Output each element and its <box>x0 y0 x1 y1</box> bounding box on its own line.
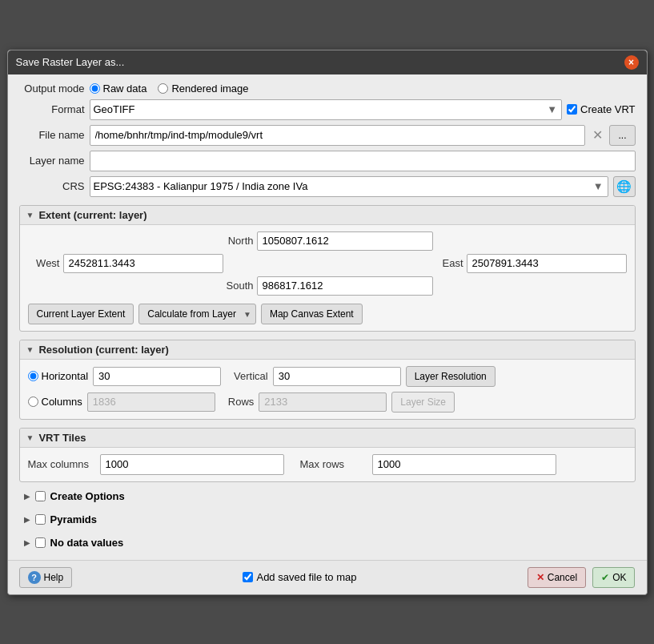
rows-label: Rows <box>228 396 255 408</box>
vrt-tiles-body: Max columns 1000 Max rows 1000 <box>20 448 635 481</box>
output-mode-row: Output mode Raw data Rendered image <box>19 83 636 95</box>
columns-radio[interactable] <box>28 396 38 407</box>
extent-buttons: Current Layer Extent Calculate from Laye… <box>28 304 627 324</box>
extent-section-header[interactable]: ▼ Extent (current: layer) <box>20 206 635 225</box>
resolution-section-header[interactable]: ▼ Resolution (current: layer) <box>20 340 635 360</box>
west-input[interactable]: 2452811.3443 <box>63 254 223 273</box>
layer-size-button[interactable]: Layer Size <box>391 392 455 413</box>
west-east-row: West 2452811.3443 East 2507891.3443 <box>28 254 627 273</box>
pyramids-checkbox[interactable] <box>35 514 46 525</box>
horizontal-input[interactable]: 30 <box>93 367 221 386</box>
ok-button[interactable]: ✔ OK <box>592 567 635 588</box>
crs-row: CRS EPSG:24383 - Kalianpur 1975 / India … <box>19 176 636 197</box>
crs-label: CRS <box>19 180 85 192</box>
add-to-map-label[interactable]: Add saved file to map <box>243 571 356 583</box>
footer-right: ✕ Cancel ✔ OK <box>528 567 636 588</box>
help-button[interactable]: ? Help <box>19 567 73 588</box>
vrt-tiles-row: Max columns 1000 Max rows 1000 <box>28 454 627 475</box>
format-select[interactable]: GeoTIFF <box>90 99 563 120</box>
save-raster-dialog: Save Raster Layer as... × Output mode Ra… <box>7 50 648 595</box>
calculate-from-layer-button[interactable]: Calculate from Layer <box>138 304 256 324</box>
add-to-map-checkbox[interactable] <box>243 572 253 582</box>
south-label: South <box>222 280 254 292</box>
footer-left: ? Help <box>19 567 73 588</box>
format-combo-wrapper: GeoTIFF ▼ <box>90 99 563 120</box>
west-label: West <box>28 257 60 269</box>
horizontal-radio[interactable] <box>28 371 38 381</box>
columns-radio-label[interactable]: Columns <box>28 396 82 408</box>
format-label: Format <box>19 103 85 115</box>
horizontal-label: Horizontal <box>42 370 89 382</box>
close-button[interactable]: × <box>624 55 639 70</box>
north-input[interactable]: 1050807.1612 <box>257 231 433 251</box>
raw-data-option[interactable]: Raw data <box>90 83 147 95</box>
browse-file-button[interactable]: ... <box>609 125 635 146</box>
cancel-button[interactable]: ✕ Cancel <box>528 567 586 588</box>
create-vrt-checkbox[interactable] <box>567 104 577 115</box>
create-vrt-label[interactable]: Create VRT <box>567 103 635 115</box>
rendered-image-label: Rendered image <box>171 83 248 95</box>
extent-collapse-arrow: ▼ <box>26 211 34 219</box>
ok-icon: ✔ <box>601 572 609 583</box>
extent-section-body: North 1050807.1612 West 2452811.3443 Eas… <box>20 225 635 331</box>
no-data-values-checkbox[interactable] <box>35 537 46 548</box>
resolution-section-label: Resolution (current: layer) <box>38 344 169 356</box>
footer-center: Add saved file to map <box>243 571 356 583</box>
no-data-values-label: No data values <box>50 537 124 549</box>
east-label: East <box>431 257 463 269</box>
ok-label: OK <box>612 572 626 583</box>
crs-select[interactable]: EPSG:24383 - Kalianpur 1975 / India zone… <box>90 176 608 197</box>
east-input[interactable]: 2507891.3443 <box>467 254 627 273</box>
extent-grid: North 1050807.1612 West 2452811.3443 Eas… <box>28 231 627 296</box>
dialog-body: Output mode Raw data Rendered image Form… <box>8 74 647 560</box>
layer-name-input[interactable] <box>90 151 636 171</box>
columns-label: Columns <box>42 396 82 408</box>
pyramids-row[interactable]: ▶ Pyramids <box>19 510 636 529</box>
file-name-row: File name /home/bnhr/tmp/ind-tmp/module9… <box>19 125 636 146</box>
rendered-image-radio[interactable] <box>158 83 168 94</box>
dialog-footer: ? Help Add saved file to map ✕ Cancel ✔ … <box>8 560 647 594</box>
rendered-image-option[interactable]: Rendered image <box>158 83 248 95</box>
current-layer-extent-button[interactable]: Current Layer Extent <box>28 304 134 324</box>
create-options-checkbox[interactable] <box>35 491 46 501</box>
layer-resolution-button[interactable]: Layer Resolution <box>406 366 496 387</box>
no-data-values-row[interactable]: ▶ No data values <box>19 533 636 552</box>
pyramids-label: Pyramids <box>50 513 98 525</box>
create-options-row[interactable]: ▶ Create Options <box>19 487 636 505</box>
calculate-from-layer-wrapper: Calculate from Layer ▼ <box>138 304 256 324</box>
south-row: South 986817.1612 <box>28 276 627 296</box>
file-name-label: File name <box>19 129 85 141</box>
rows-input[interactable]: 2133 <box>259 392 387 412</box>
add-to-map-text: Add saved file to map <box>256 571 356 583</box>
resolution-section: ▼ Resolution (current: layer) Horizontal… <box>19 340 636 420</box>
output-mode-options: Raw data Rendered image <box>90 83 249 95</box>
cancel-icon: ✕ <box>536 572 544 583</box>
file-name-input[interactable]: /home/bnhr/tmp/ind-tmp/module9/vrt <box>90 125 586 146</box>
vertical-input[interactable]: 30 <box>273 367 401 386</box>
horizontal-row: Horizontal 30 Vertical 30 Layer Resoluti… <box>28 366 627 387</box>
north-row: North 1050807.1612 <box>28 231 627 251</box>
raw-data-label: Raw data <box>103 83 147 95</box>
south-input[interactable]: 986817.1612 <box>257 276 433 296</box>
vrt-tiles-section: ▼ VRT Tiles Max columns 1000 Max rows 10… <box>19 428 636 482</box>
resolution-section-body: Horizontal 30 Vertical 30 Layer Resoluti… <box>20 360 635 419</box>
map-canvas-extent-button[interactable]: Map Canvas Extent <box>261 304 363 324</box>
vrt-tiles-section-header[interactable]: ▼ VRT Tiles <box>20 429 635 448</box>
dialog-title: Save Raster Layer as... <box>16 56 125 68</box>
crs-globe-button[interactable]: 🌐 <box>613 176 636 197</box>
raw-data-radio[interactable] <box>90 83 100 94</box>
horizontal-radio-label[interactable]: Horizontal <box>28 370 89 382</box>
max-columns-input[interactable]: 1000 <box>100 454 284 475</box>
calculate-dropdown-arrow: ▼ <box>243 309 251 318</box>
format-row: Format GeoTIFF ▼ Create VRT <box>19 99 636 120</box>
layer-name-row: Layer name <box>19 151 636 171</box>
title-bar: Save Raster Layer as... × <box>8 50 647 74</box>
clear-file-button[interactable]: ✕ <box>588 127 606 144</box>
file-name-input-group: /home/bnhr/tmp/ind-tmp/module9/vrt ✕ ... <box>90 125 636 146</box>
create-vrt-text: Create VRT <box>580 103 635 115</box>
north-label: North <box>222 235 254 247</box>
columns-row: Columns 1836 Rows 2133 Layer Size <box>28 392 627 413</box>
no-data-values-arrow: ▶ <box>24 538 30 547</box>
max-rows-input[interactable]: 1000 <box>372 454 556 475</box>
columns-input[interactable]: 1836 <box>87 392 215 412</box>
